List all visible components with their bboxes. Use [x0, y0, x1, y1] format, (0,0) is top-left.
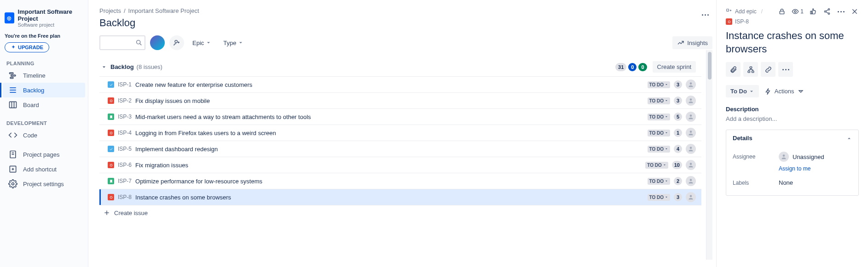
status-lozenge[interactable]: TO DO: [648, 81, 670, 88]
svg-point-32: [690, 195, 692, 197]
more-actions-button[interactable]: [778, 62, 793, 77]
nav-board[interactable]: Board: [3, 97, 85, 112]
assignee-value[interactable]: Unassigned: [793, 153, 824, 160]
link-issue-button[interactable]: [761, 62, 775, 77]
story-icon: [108, 114, 114, 120]
issue-summary: Implement dashboard redesign: [135, 146, 218, 153]
project-switcher[interactable]: ◎ Important Software Project Software pr…: [3, 6, 85, 32]
svg-point-21: [690, 82, 692, 85]
svg-rect-38: [780, 11, 784, 14]
status-lozenge[interactable]: TO DO: [648, 130, 670, 136]
issue-row[interactable]: ISP-8Instance crashes on some browsersTO…: [99, 189, 701, 205]
estimate-badge: 3: [674, 80, 682, 89]
insights-button[interactable]: Insights: [672, 36, 712, 49]
issue-row[interactable]: ISP-6Fix migration issuesTO DO10: [99, 157, 701, 173]
share-button[interactable]: [823, 7, 831, 16]
nav-backlog[interactable]: Backlog: [3, 83, 85, 97]
watch-button[interactable]: 1: [792, 7, 804, 16]
assign-to-me-link[interactable]: Assign to me: [779, 165, 810, 172]
issue-row[interactable]: ISP-5Implement dashboard redesignTO DO4: [99, 141, 701, 157]
bug-icon: [108, 162, 114, 168]
assignee-row: Assignee Unassigned: [733, 148, 852, 165]
breadcrumb-projects[interactable]: Projects: [99, 7, 121, 14]
issue-row[interactable]: ISP-2Fix display issues on mobileTO DO3: [99, 93, 701, 109]
detail-issue-key[interactable]: ISP-8: [735, 18, 749, 25]
unassigned-avatar-icon: [779, 152, 789, 162]
add-child-button[interactable]: [743, 62, 758, 77]
assignee-avatar[interactable]: [686, 192, 696, 202]
breadcrumb-project[interactable]: Important Software Project: [128, 7, 199, 14]
chevron-down-icon: [101, 64, 107, 70]
timeline-icon: [8, 71, 17, 80]
nav-timeline[interactable]: Timeline: [3, 68, 85, 83]
upgrade-button[interactable]: UPGRADE: [5, 42, 49, 52]
assignee-avatar[interactable]: [686, 80, 696, 90]
add-people-button[interactable]: [169, 35, 184, 50]
svg-point-47: [728, 21, 730, 23]
detail-more-button[interactable]: [837, 7, 845, 16]
story-icon: [108, 178, 114, 184]
issue-row[interactable]: ISP-3Mid-market users need a way to stre…: [99, 109, 701, 125]
create-issue-button[interactable]: Create issue: [99, 205, 701, 220]
close-detail-button[interactable]: [851, 7, 859, 16]
add-epic-link[interactable]: Add epic: [735, 8, 757, 15]
add-shortcut-icon: [8, 165, 17, 174]
status-lozenge[interactable]: TO DO: [648, 114, 670, 120]
issue-summary: Fix display issues on mobile: [135, 97, 210, 104]
task-icon: [108, 146, 114, 152]
vertical-scrollbar[interactable]: [706, 50, 712, 260]
assignee-avatar[interactable]: [686, 160, 696, 170]
svg-line-17: [140, 44, 142, 45]
issue-row[interactable]: ISP-1Create new feature for enterprise c…: [99, 77, 701, 93]
issue-title[interactable]: Instance crashes on some browsers: [726, 29, 859, 56]
epic-filter[interactable]: Epic: [189, 37, 215, 49]
section-label-development: DEVELOPMENT: [3, 112, 85, 128]
like-button[interactable]: [809, 7, 817, 16]
status-dropdown[interactable]: To Do: [726, 85, 759, 97]
create-sprint-button[interactable]: Create sprint: [653, 61, 696, 73]
issue-row[interactable]: ISP-4Logging in from Firefox takes users…: [99, 125, 701, 141]
nav-add-shortcut[interactable]: Add shortcut: [3, 162, 85, 176]
status-lozenge[interactable]: TO DO: [648, 194, 670, 201]
assignee-avatar[interactable]: [686, 144, 696, 154]
sidebar: ◎ Important Software Project Software pr…: [0, 0, 88, 267]
status-lozenge[interactable]: TO DO: [645, 162, 668, 169]
status-lozenge[interactable]: TO DO: [648, 146, 670, 153]
board-icon: [8, 100, 17, 109]
backlog-scroll[interactable]: Backlog (8 issues) 31 0 0 Create sprint …: [99, 57, 706, 260]
user-avatar-filter[interactable]: [150, 35, 165, 50]
nav-code[interactable]: Code: [3, 128, 85, 142]
actions-dropdown[interactable]: Actions: [764, 88, 804, 95]
issue-summary: Instance crashes on some browsers: [135, 194, 231, 201]
attach-button[interactable]: [726, 62, 741, 77]
issue-row[interactable]: ISP-7Optimize performance for low-resour…: [99, 173, 701, 189]
assignee-avatar[interactable]: [686, 112, 696, 122]
eye-icon: [792, 8, 799, 15]
assignee-avatar[interactable]: [686, 176, 696, 186]
backlog-group-header[interactable]: Backlog (8 issues) 31 0 0 Create sprint: [99, 57, 701, 76]
page-more-button[interactable]: [698, 7, 712, 22]
nav-project-pages[interactable]: Project pages: [3, 147, 85, 162]
svg-point-28: [110, 164, 112, 166]
description-input[interactable]: Add a description...: [726, 115, 859, 122]
assignee-avatar[interactable]: [686, 128, 696, 138]
breadcrumb: Projects / Important Software Project: [99, 7, 199, 14]
lock-button[interactable]: [778, 7, 786, 16]
sparkle-icon: [11, 45, 16, 50]
svg-rect-35: [727, 9, 729, 11]
status-lozenge[interactable]: TO DO: [648, 97, 670, 104]
estimate-badge: 3: [674, 193, 682, 201]
svg-point-55: [783, 155, 785, 157]
details-toggle[interactable]: Details: [726, 130, 858, 146]
issue-summary: Optimize performance for low-resource sy…: [135, 178, 262, 185]
labels-value[interactable]: None: [779, 179, 793, 186]
status-lozenge[interactable]: TO DO: [648, 178, 670, 185]
bug-icon: [108, 97, 114, 104]
type-filter[interactable]: Type: [220, 37, 247, 49]
nav-project-settings[interactable]: Project settings: [3, 176, 85, 191]
svg-point-23: [690, 98, 692, 101]
section-label-planning: PLANNING: [3, 52, 85, 68]
more-icon: [782, 69, 789, 70]
chevron-down-icon: [238, 40, 243, 45]
assignee-avatar[interactable]: [686, 96, 696, 106]
